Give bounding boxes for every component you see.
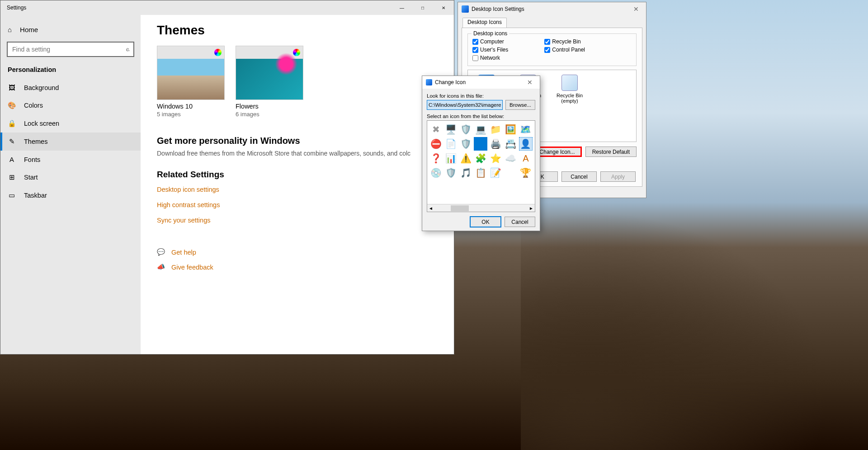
icon-option[interactable]: 📝 <box>489 166 503 180</box>
chk-label: Network <box>480 55 500 61</box>
icon-option[interactable] <box>474 137 487 151</box>
icon-option[interactable]: 🛡️ <box>459 123 472 136</box>
icon-option[interactable]: 🛡️ <box>444 166 458 180</box>
icon-option[interactable]: ❓ <box>429 152 443 165</box>
nav-start[interactable]: ⊞Start <box>0 168 141 186</box>
nav-label: Fonts <box>24 156 40 163</box>
icon-option[interactable]: 🖥️ <box>444 123 458 136</box>
ci-titlebar: Change Icon ✕ <box>422 76 540 89</box>
link-sync-settings[interactable]: Sync your settings <box>157 217 438 224</box>
dis-cancel-button[interactable]: Cancel <box>561 171 597 182</box>
dis-close-button[interactable]: ✕ <box>630 5 642 13</box>
close-button[interactable]: ✕ <box>433 0 454 15</box>
ci-browse-button[interactable]: Browse... <box>505 100 535 110</box>
ci-close-button[interactable]: ✕ <box>524 79 536 86</box>
icon-option[interactable]: 💿 <box>429 166 443 180</box>
nav-background[interactable]: 🖼Background <box>0 79 141 96</box>
icon-option[interactable]: 📁 <box>489 123 503 136</box>
chk-computer-input[interactable] <box>472 39 478 45</box>
chk-users-files[interactable]: User's Files <box>472 47 508 53</box>
scroll-left-icon[interactable]: ◄ <box>429 206 433 211</box>
theme-card-windows10[interactable]: Windows 10 5 images <box>157 46 225 118</box>
icon-option[interactable]: 📄 <box>444 137 458 151</box>
chk-control-panel[interactable]: Control Panel <box>544 47 585 53</box>
icon-option[interactable]: 💻 <box>474 123 487 136</box>
icon-option[interactable]: 🎵 <box>459 166 472 180</box>
chk-recycle-input[interactable] <box>544 39 550 45</box>
preview-recycle-empty[interactable]: Recycle Bin (empty) <box>556 75 584 137</box>
chk-network[interactable]: Network <box>472 55 508 61</box>
icon-option[interactable]: 🗺️ <box>519 123 533 136</box>
get-help-row[interactable]: 💬Get help <box>157 248 438 256</box>
section-title: Personalization <box>0 64 141 79</box>
icon-option[interactable]: 📊 <box>444 152 458 165</box>
theme-name: Flowers <box>236 103 303 110</box>
minimize-button[interactable]: — <box>392 0 412 15</box>
icon-option[interactable]: 📋 <box>474 166 487 180</box>
chk-computer[interactable]: Computer <box>472 38 508 45</box>
feedback-label: Give feedback <box>171 264 213 271</box>
link-high-contrast[interactable]: High contrast settings <box>157 201 438 208</box>
chk-users-input[interactable] <box>472 47 478 53</box>
icon-option[interactable]: ⛔ <box>429 137 443 151</box>
feedback-icon: 📣 <box>157 263 165 271</box>
maximize-button[interactable]: □ <box>412 0 433 15</box>
chk-control-input[interactable] <box>544 47 550 53</box>
dis-title-text: Desktop Icon Settings <box>472 6 524 12</box>
icon-option[interactable]: A <box>519 152 533 165</box>
scroll-right-icon[interactable]: ► <box>529 206 533 211</box>
window-controls: — □ ✕ <box>392 0 454 15</box>
chk-label: User's Files <box>480 47 508 53</box>
nav-colors[interactable]: 🎨Colors <box>0 96 141 114</box>
theme-thumb <box>157 46 225 100</box>
ci-path-input[interactable] <box>427 100 503 110</box>
icon-option[interactable]: ⭐ <box>489 152 503 165</box>
ci-title-text: Change Icon <box>435 79 466 85</box>
dis-tab-desktop-icons[interactable]: Desktop Icons <box>462 18 507 28</box>
theme-count: 5 images <box>157 111 225 118</box>
settings-sidebar: ⌂ Home ⱸ Personalization 🖼Background 🎨Co… <box>0 15 141 354</box>
icon-option[interactable]: 🖼️ <box>504 123 518 136</box>
dis-apply-button[interactable]: Apply <box>600 171 636 182</box>
icon-option[interactable]: 📇 <box>504 137 518 151</box>
icon-option[interactable]: 🛡️ <box>459 137 472 151</box>
ci-icon-grid: ✖ 🖥️ 🛡️ 💻 📁 🖼️ 🗺️ ⛔ 📄 🛡️ 🖨️ 📇 👤 ❓ 📊 ⚠️ 🧩… <box>427 120 535 212</box>
nav-lockscreen[interactable]: 🔒Lock screen <box>0 114 141 133</box>
chk-label: Control Panel <box>552 47 585 53</box>
theme-card-flowers[interactable]: Flowers 6 images <box>236 46 303 118</box>
settings-title: Settings <box>7 5 26 11</box>
icon-option[interactable]: 🖨️ <box>489 137 503 151</box>
icon-option[interactable]: 🧩 <box>474 152 487 165</box>
dis-title-icon <box>462 5 469 13</box>
ci-ok-button[interactable]: OK <box>470 217 501 227</box>
chk-network-input[interactable] <box>472 55 478 61</box>
nav-label: Start <box>24 174 38 181</box>
icon-option[interactable]: 🏆 <box>519 166 533 180</box>
taskbar-icon: ▭ <box>8 191 16 199</box>
icon-option[interactable] <box>504 166 518 180</box>
ci-scrollbar[interactable]: ◄ ► <box>427 204 535 212</box>
nav-fonts[interactable]: AFonts <box>0 151 141 168</box>
icon-option-selected[interactable]: 👤 <box>519 137 533 151</box>
ci-cancel-button[interactable]: Cancel <box>505 217 535 227</box>
icon-option[interactable]: ☁️ <box>504 152 518 165</box>
link-desktop-icon-settings[interactable]: Desktop icon settings <box>157 186 438 193</box>
home-nav[interactable]: ⌂ Home <box>0 21 141 38</box>
theme-name: Windows 10 <box>157 103 225 110</box>
nav-themes[interactable]: ✎Themes <box>0 133 141 151</box>
give-feedback-row[interactable]: 📣Give feedback <box>157 263 438 271</box>
search-input[interactable] <box>7 42 134 57</box>
scroll-thumb[interactable] <box>451 205 469 211</box>
nav-taskbar[interactable]: ▭Taskbar <box>0 186 141 204</box>
nav-label: Background <box>24 84 59 91</box>
icon-option[interactable]: ✖ <box>429 123 443 136</box>
restore-default-button[interactable]: Restore Default <box>585 147 637 157</box>
page-heading: Themes <box>157 23 438 38</box>
settings-titlebar: Settings — □ ✕ <box>0 0 454 15</box>
color-wheel-icon <box>214 49 222 56</box>
more-subtext: Download free themes from the Microsoft … <box>157 150 438 157</box>
lockscreen-icon: 🔒 <box>8 119 16 128</box>
chk-recycle-bin[interactable]: Recycle Bin <box>544 38 585 45</box>
themes-icon: ✎ <box>8 137 16 146</box>
icon-option[interactable]: ⚠️ <box>459 152 472 165</box>
